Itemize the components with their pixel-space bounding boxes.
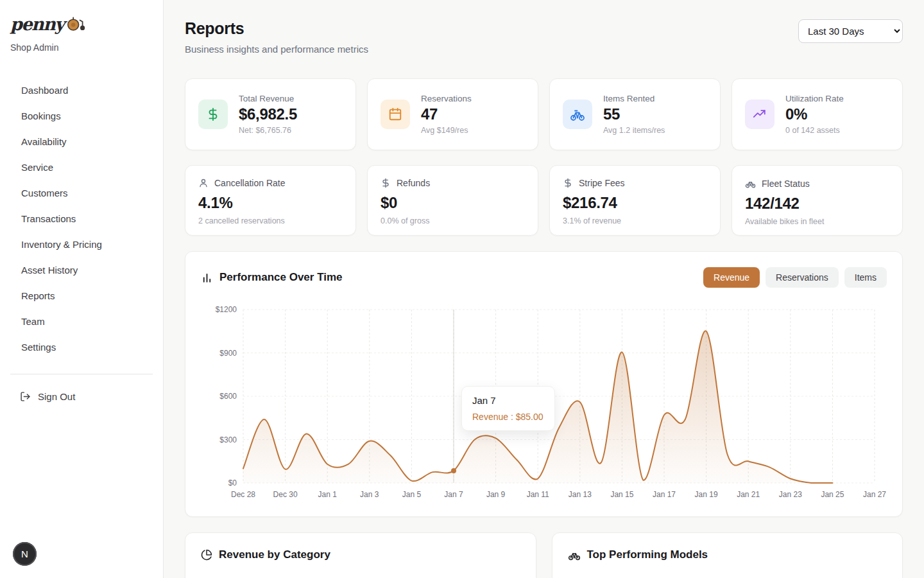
- stat-cards-row: Total Revenue $6,982.5 Net: $6,765.76 Re…: [185, 78, 903, 150]
- stat-value: $216.74: [563, 194, 707, 212]
- stat-card-utilization-rate: Utilization Rate 0% 0 of 142 assets: [732, 78, 903, 150]
- svg-text:Jan 15: Jan 15: [610, 490, 633, 499]
- stat-label: Utilization Rate: [785, 94, 844, 103]
- stat-card-refunds: Refunds $0 0.0% of gross: [367, 165, 538, 236]
- svg-text:Jan 3: Jan 3: [360, 490, 379, 499]
- avatar-letter: N: [21, 548, 28, 559]
- sidebar-item-availability[interactable]: Availability: [0, 128, 163, 154]
- svg-text:Jan 5: Jan 5: [402, 490, 422, 499]
- svg-text:$1200: $1200: [216, 305, 237, 314]
- sidebar-divider: [10, 374, 153, 374]
- sidebar-item-transactions[interactable]: Transactions: [0, 206, 163, 231]
- logo: penny: [0, 10, 163, 37]
- dollar-icon: [563, 178, 573, 188]
- bike-icon: [745, 178, 756, 189]
- dollar-icon: [381, 178, 391, 188]
- tooltip-date: Jan 7: [472, 395, 544, 406]
- stat-card-stripe-fees: Stripe Fees $216.74 3.1% of revenue: [549, 165, 721, 236]
- svg-text:Dec 30: Dec 30: [273, 490, 298, 499]
- chart-tooltip: Jan 7 Revenue : $85.00: [461, 386, 555, 431]
- page-subtitle: Business insights and performance metric…: [185, 44, 368, 55]
- page-title: Reports: [185, 19, 368, 38]
- sidebar-item-settings[interactable]: Settings: [0, 334, 163, 360]
- stat-sub: 2 cancelled reservations: [198, 216, 343, 225]
- stat-value: 4.1%: [198, 194, 343, 212]
- secondary-cards-row: Cancellation Rate 4.1% 2 cancelled reser…: [185, 165, 903, 236]
- tooltip-value: Revenue : $85.00: [472, 412, 544, 422]
- performance-over-time-card: Performance Over Time Revenue Reservatio…: [185, 251, 903, 517]
- svg-text:$600: $600: [219, 392, 237, 401]
- trending-up-icon: [745, 100, 774, 129]
- sidebar-item-bookings[interactable]: Bookings: [0, 103, 163, 128]
- stat-sub: Avg 1.2 items/res: [603, 126, 665, 135]
- penny-farthing-icon: [66, 15, 87, 32]
- tab-items[interactable]: Items: [844, 267, 887, 288]
- stat-card-fleet-status: Fleet Status 142/142 Available bikes in …: [732, 165, 903, 236]
- performance-chart[interactable]: $0$300$600$900$1200Dec 28Dec 30Jan 1Jan …: [201, 304, 887, 504]
- stat-value: $0: [381, 194, 525, 212]
- pie-chart-icon: [201, 549, 212, 561]
- bar-chart-icon: [201, 272, 213, 284]
- svg-text:Jan 25: Jan 25: [821, 490, 844, 499]
- svg-text:Jan 23: Jan 23: [779, 490, 802, 499]
- svg-text:Jan 17: Jan 17: [653, 490, 676, 499]
- svg-text:Jan 1: Jan 1: [318, 490, 338, 499]
- page-header: Reports Business insights and performanc…: [185, 19, 903, 55]
- stat-sub: 0 of 142 assets: [785, 126, 844, 135]
- stat-value: $6,982.5: [239, 105, 297, 123]
- svg-text:Jan 19: Jan 19: [695, 490, 718, 499]
- sidebar-nav: Dashboard Bookings Availability Service …: [0, 77, 163, 360]
- stat-value: 55: [603, 105, 665, 123]
- bottom-cards-row: Revenue by Category Top Performing Model…: [185, 532, 903, 578]
- sidebar-item-inventory-pricing[interactable]: Inventory & Pricing: [0, 231, 163, 257]
- stat-label: Cancellation Rate: [214, 178, 286, 188]
- svg-text:Dec 28: Dec 28: [231, 490, 255, 499]
- tab-reservations[interactable]: Reservations: [766, 267, 839, 288]
- svg-text:Jan 7: Jan 7: [444, 490, 463, 499]
- stat-label: Refunds: [397, 178, 430, 188]
- sidebar-item-customers[interactable]: Customers: [0, 180, 163, 206]
- svg-text:Jan 13: Jan 13: [569, 490, 592, 499]
- top-performing-models-card: Top Performing Models: [552, 532, 903, 578]
- sign-out-button[interactable]: Sign Out: [0, 383, 163, 409]
- stat-sub: Avg $149/res: [421, 126, 472, 135]
- chart-series-toggle: Revenue Reservations Items: [703, 267, 887, 288]
- stat-card-total-revenue: Total Revenue $6,982.5 Net: $6,765.76: [185, 78, 356, 150]
- sign-out-icon: [20, 391, 31, 402]
- sidebar-item-service[interactable]: Service: [0, 154, 163, 180]
- stat-label: Total Revenue: [239, 94, 297, 103]
- stat-card-reservations: Reservations 47 Avg $149/res: [367, 78, 538, 150]
- bike-icon: [568, 548, 581, 561]
- sidebar: penny Shop Admin Dashboard Bookings Avai…: [0, 0, 164, 578]
- calendar-icon: [381, 100, 410, 129]
- card-title: Revenue by Category: [219, 548, 330, 561]
- bike-icon: [563, 100, 592, 129]
- stat-value: 142/142: [745, 195, 889, 213]
- avatar[interactable]: N: [13, 542, 37, 566]
- revenue-by-category-card: Revenue by Category: [185, 532, 536, 578]
- stat-label: Reservations: [421, 94, 472, 103]
- stat-card-cancellation-rate: Cancellation Rate 4.1% 2 cancelled reser…: [185, 165, 356, 236]
- sign-out-label: Sign Out: [38, 391, 75, 402]
- person-icon: [198, 178, 209, 188]
- tab-revenue[interactable]: Revenue: [703, 267, 760, 288]
- svg-text:$900: $900: [219, 349, 237, 358]
- svg-text:Jan 11: Jan 11: [527, 490, 549, 499]
- sidebar-item-reports[interactable]: Reports: [0, 283, 163, 308]
- sidebar-item-dashboard[interactable]: Dashboard: [0, 77, 163, 103]
- app-root: penny Shop Admin Dashboard Bookings Avai…: [0, 0, 924, 578]
- svg-text:$300: $300: [219, 435, 237, 444]
- dollar-icon: [198, 100, 228, 129]
- stat-label: Stripe Fees: [579, 178, 625, 188]
- main-content: Reports Business insights and performanc…: [164, 0, 924, 578]
- logo-text: penny: [10, 14, 64, 34]
- sidebar-item-team[interactable]: Team: [0, 308, 163, 334]
- stat-sub: 0.0% of gross: [381, 216, 525, 225]
- svg-text:Jan 21: Jan 21: [737, 490, 760, 499]
- svg-text:Jan 9: Jan 9: [486, 490, 506, 499]
- date-range-select[interactable]: Last 30 Days: [798, 19, 903, 43]
- stat-sub: 3.1% of revenue: [563, 216, 707, 225]
- stat-value: 0%: [785, 105, 844, 123]
- sidebar-item-asset-history[interactable]: Asset History: [0, 257, 163, 283]
- stat-sub: Net: $6,765.76: [239, 126, 297, 135]
